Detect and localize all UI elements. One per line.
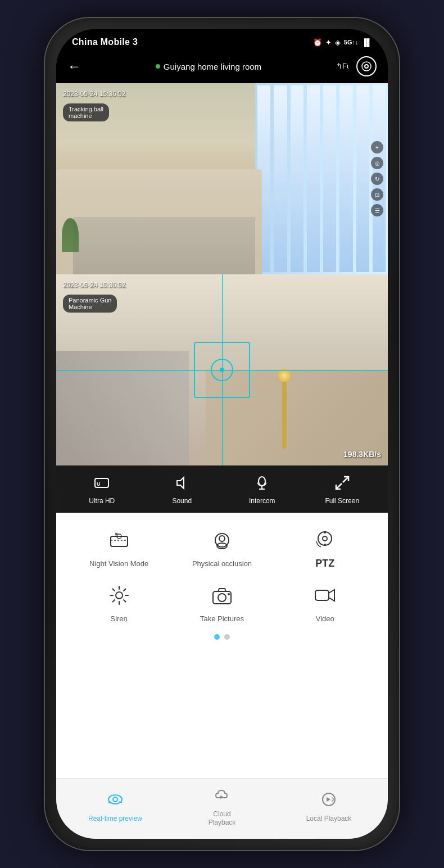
physical-occlusion-label: Physical occlusion [192,559,252,568]
phone-frame: China Mobile 3 ⏰ ✦ ◈ 5G↑↓ ▐▌ ← Guiyang h… [45,18,399,850]
ultra-hd-label: Ultra HD [89,497,115,506]
controls-grid: Night Vision Mode Physical occlusion [56,513,388,778]
timestamp-bottom: 2023-05-24 15:36:52 [63,281,125,289]
video-icon-wrap [310,581,339,610]
svg-point-23 [116,592,123,599]
nav-cloud-playback[interactable]: CloudPlayback [194,786,250,828]
svg-point-30 [113,797,117,802]
svg-point-26 [228,593,230,595]
wifi-icon: ◈ [335,38,341,47]
nav-local-playback[interactable]: Local Playback [301,791,357,824]
control-physical-occlusion[interactable]: Physical occlusion [191,526,253,568]
svg-marker-28 [329,590,334,601]
sound-label: Sound [172,497,192,506]
carrier-label: China Mobile 3 [72,37,138,47]
page-dots [56,634,388,640]
realtime-preview-icon [107,791,124,812]
control-video[interactable]: Video [294,581,356,623]
speed-badge: 198.3KB/s [343,450,381,459]
siren-icon [107,584,131,607]
svg-line-10 [337,483,342,489]
svg-point-2 [362,62,371,71]
ctrl-btn-1[interactable]: + [371,141,383,153]
cloud-playback-label: CloudPlayback [209,810,236,828]
control-night-vision[interactable]: Night Vision Mode [88,526,150,568]
svg-point-29 [108,795,122,804]
cloud-playback-icon [214,786,230,807]
svg-marker-5 [177,477,184,489]
ctrl-btn-3[interactable]: ↻ [371,173,383,185]
svg-rect-27 [315,590,329,600]
svg-text:U: U [97,481,101,487]
ctrl-btn-2[interactable]: ◎ [371,157,383,169]
camera-name-area: Guiyang home living room [156,62,261,71]
tracking-badge: Tracking ballmachine [63,103,109,121]
back-button[interactable]: ← [67,58,81,74]
battery-icon: ▐▌ [362,38,372,47]
full-icon: ↰Full [336,61,348,71]
take-pictures-label: Take Pictures [200,614,244,623]
status-icons: ⏰ ✦ ◈ 5G↑↓ ▐▌ [313,38,372,47]
svg-point-6 [259,477,265,486]
toolbar-item-intercom[interactable]: Intercom [242,474,282,506]
bottom-toolbar: U Ultra HD Sound [56,465,388,513]
intercom-label: Intercom [249,497,275,506]
ptz-icon-wrap [310,524,339,553]
full-label[interactable]: ↰Full [336,61,348,73]
camera-feed-bottom[interactable]: 2023-05-24 15:36:52 Panoramic GunMachine… [56,274,388,465]
svg-point-1 [365,65,368,68]
ctrl-btn-5[interactable]: ☰ [371,204,383,216]
local-playback-label: Local Playback [306,815,352,824]
timestamp-top: 2023-05-24 15:36:52 [63,90,125,98]
svg-point-17 [219,536,225,541]
svg-point-20 [323,536,327,541]
control-siren[interactable]: Siren [88,581,150,623]
night-vision-label: Night Vision Mode [89,559,148,568]
dot-1[interactable] [214,634,220,640]
crosshair-center [211,359,233,381]
settings-button[interactable] [356,56,377,76]
physical-occlusion-icon [210,528,234,552]
dot-2[interactable] [224,634,230,640]
svg-rect-11 [111,536,128,546]
alarm-icon: ⏰ [313,38,322,47]
toolbar-item-ultra-hd[interactable]: U Ultra HD [82,474,121,506]
controls-row-1: Night Vision Mode Physical occlusion [56,524,388,569]
realtime-preview-label: Real-time preview [88,815,142,824]
ctrl-btn-4[interactable]: ⊡ [371,188,383,201]
controls-row-2: Siren Take Pictures [56,581,388,623]
panoramic-badge: Panoramic GunMachine [63,295,117,313]
nav-right: ↰Full [336,56,377,76]
camera-name: Guiyang home living room [164,62,261,71]
toolbar-item-sound[interactable]: Sound [162,474,202,506]
svg-point-21 [324,531,326,534]
sound-icon [174,474,191,494]
svg-line-9 [343,477,348,482]
video-label: Video [316,614,334,623]
toolbar-item-full-screen[interactable]: Full Screen [323,474,362,506]
intercom-icon [253,474,270,494]
control-ptz[interactable]: PTZ [294,524,356,569]
full-screen-icon [334,474,351,494]
window-area [255,83,388,274]
settings-icon [361,61,371,71]
control-take-pictures[interactable]: Take Pictures [191,581,253,623]
ultra-hd-icon: U [93,474,110,494]
svg-text:↰Full: ↰Full [336,62,348,70]
night-vision-icon [107,528,131,552]
svg-marker-35 [327,797,330,802]
svg-point-25 [218,594,226,602]
camera-feed-top[interactable]: 2023-05-24 15:36:52 Tracking ballmachine… [56,83,388,274]
full-screen-label: Full Screen [325,497,359,506]
plant-element [62,218,79,252]
svg-point-22 [324,544,326,546]
siren-label: Siren [110,614,127,623]
siren-icon-wrap [105,581,134,610]
bluetooth-icon: ✦ [325,38,332,47]
night-vision-icon-wrap [105,526,134,555]
5g-icon: 5G↑↓ [344,39,359,46]
nav-realtime-preview[interactable]: Real-time preview [87,791,143,824]
blinds [255,83,388,274]
side-controls: + ◎ ↻ ⊡ ☰ [371,141,383,216]
video-icon [313,584,337,607]
